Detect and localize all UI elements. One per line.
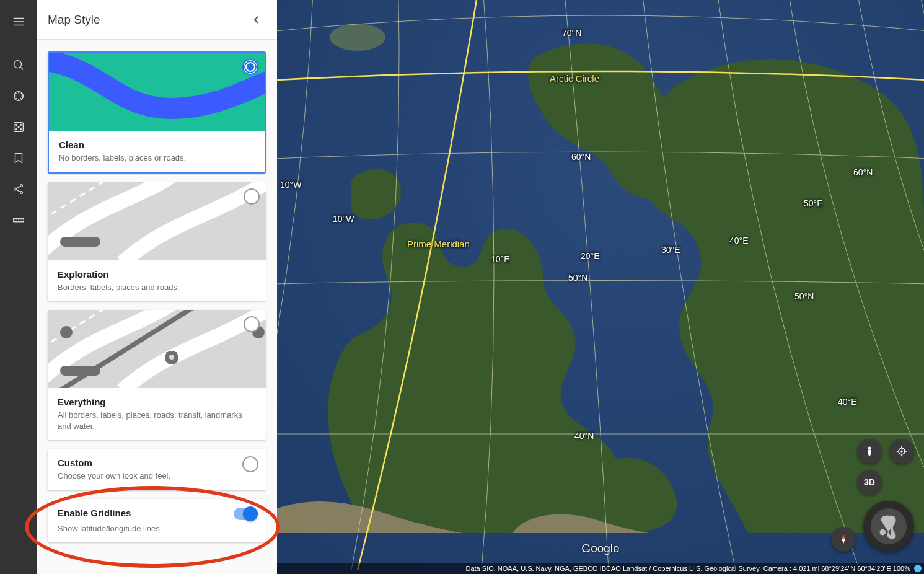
gridlines-toggle[interactable]	[234, 508, 256, 520]
style-title: Clean	[59, 139, 255, 150]
style-card-custom[interactable]: Custom Choose your own look and feel.	[48, 449, 266, 490]
svg-point-5	[15, 129, 17, 130]
style-card-clean[interactable]: Clean No borders, labels, places or road…	[48, 51, 266, 174]
map-view[interactable]: 70°NArctic Circle10°W10°W60°NPrime Merid…	[277, 0, 924, 574]
svg-point-0	[14, 61, 21, 68]
compass-button[interactable]	[831, 527, 856, 552]
menu-icon[interactable]	[0, 6, 37, 37]
ruler-icon[interactable]	[0, 205, 37, 236]
svg-point-24	[868, 447, 871, 450]
map-background	[277, 0, 924, 574]
map-grid-label: 50°N	[568, 273, 587, 283]
search-icon[interactable]	[0, 50, 37, 81]
svg-point-10	[20, 192, 22, 194]
map-grid-label: 10°W	[280, 180, 301, 190]
style-title: Custom	[58, 457, 256, 468]
svg-rect-16	[60, 366, 100, 376]
map-grid-label: 60°N	[853, 167, 873, 177]
map-style-panel: Map Style Clean No borders, labels, plac…	[37, 0, 277, 574]
radio-icon[interactable]	[242, 456, 258, 472]
svg-point-4	[20, 124, 21, 125]
map-grid-label: 30°E	[661, 245, 680, 255]
map-named-label: Arctic Circle	[550, 73, 599, 84]
map-grid-label: 60°N	[571, 152, 591, 162]
gridlines-card: Enable Gridlines Show latitude/longitude…	[48, 499, 266, 543]
voyager-icon[interactable]	[0, 81, 37, 112]
style-title: Everything	[58, 397, 256, 407]
map-grid-label: 10°E	[491, 254, 510, 264]
collapse-panel-button[interactable]	[247, 11, 266, 29]
svg-rect-14	[60, 237, 100, 247]
map-grid-label: 40°E	[838, 397, 857, 407]
my-location-button[interactable]	[889, 439, 914, 464]
google-logo: Google	[581, 542, 619, 555]
panel-header: Map Style	[37, 0, 277, 39]
svg-point-17	[60, 326, 73, 338]
map-grid-label: 70°N	[562, 28, 581, 38]
attrib-data: Data SIO, NOAA, U.S. Navy, NGA, GEBCO IB…	[466, 565, 760, 572]
style-desc: No borders, labels, places or roads.	[59, 152, 255, 164]
map-named-label: Prime Meridian	[407, 239, 470, 249]
panel-title: Map Style	[48, 13, 100, 27]
share-icon[interactable]	[0, 174, 37, 205]
globe-overview-button[interactable]	[863, 501, 914, 552]
gridlines-desc: Show latitude/longitude lines.	[58, 523, 256, 534]
radio-selected-icon[interactable]	[242, 59, 258, 75]
style-title: Exploration	[58, 269, 256, 280]
style-desc: Choose your own look and feel.	[58, 470, 256, 482]
map-grid-label: 50°N	[794, 291, 814, 301]
map-grid-label: 10°W	[333, 214, 354, 224]
svg-point-7	[18, 126, 19, 128]
radio-icon[interactable]	[244, 316, 260, 332]
gridlines-title: Enable Gridlines	[58, 508, 131, 518]
3d-button[interactable]: 3D	[857, 470, 882, 495]
pegman-button[interactable]	[857, 439, 882, 464]
map-grid-label: 50°E	[804, 198, 823, 208]
svg-point-28	[879, 529, 886, 536]
style-desc: Borders, labels, places and roads.	[58, 282, 256, 293]
map-controls: 3D	[831, 439, 914, 558]
svg-point-26	[900, 450, 902, 452]
dice-icon[interactable]	[0, 112, 37, 143]
bookmark-icon[interactable]	[0, 143, 37, 174]
radio-icon[interactable]	[244, 188, 260, 205]
attrib-camera: Camera : 4,021 mi 68°29'24"N 60°34'20"E …	[763, 565, 910, 572]
svg-point-22	[330, 24, 385, 51]
style-thumb-everything	[48, 310, 266, 388]
map-grid-label: 40°N	[574, 431, 594, 441]
style-card-everything[interactable]: Everything All borders, labels, places, …	[48, 310, 266, 440]
map-grid-label: 20°E	[581, 251, 600, 261]
style-card-exploration[interactable]: Exploration Borders, labels, places and …	[48, 182, 266, 302]
style-thumb-exploration	[48, 182, 266, 260]
panel-body[interactable]: Clean No borders, labels, places or road…	[37, 39, 277, 574]
svg-point-9	[20, 185, 22, 187]
map-grid-label: 40°E	[729, 236, 749, 245]
style-thumb-clean	[49, 53, 265, 131]
svg-point-3	[15, 124, 17, 125]
nav-rail	[0, 0, 37, 574]
attribution-bar: Data SIO, NOAA, U.S. Navy, NGA, GEBCO IB…	[277, 563, 924, 574]
style-desc: All borders, labels, places, roads, tran…	[58, 410, 256, 431]
location-dot-icon	[914, 565, 922, 572]
svg-point-6	[20, 129, 21, 130]
svg-point-19	[169, 355, 174, 360]
svg-point-8	[14, 188, 16, 190]
